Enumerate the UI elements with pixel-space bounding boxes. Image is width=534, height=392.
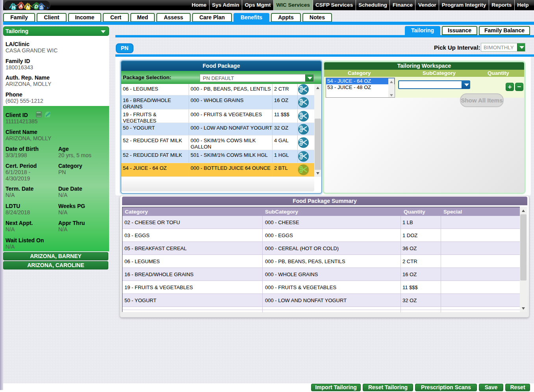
svg-text:A: A <box>19 4 23 9</box>
svg-text:S: S <box>40 5 43 10</box>
svg-text:D: D <box>35 4 38 9</box>
svg-text:N: N <box>26 5 30 10</box>
svg-text:H: H <box>12 5 15 10</box>
